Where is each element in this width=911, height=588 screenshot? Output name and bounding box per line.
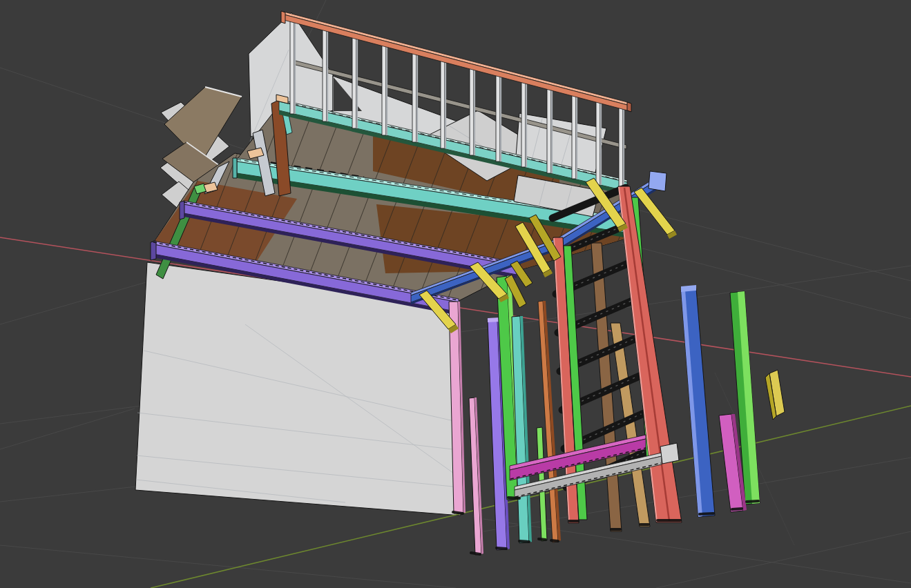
baluster xyxy=(470,63,475,155)
baluster xyxy=(412,48,418,142)
baluster xyxy=(619,102,624,190)
baluster xyxy=(596,96,602,185)
3d-viewport[interactable] xyxy=(0,0,911,588)
baluster xyxy=(572,90,577,179)
scene-canvas[interactable] xyxy=(0,0,911,588)
baluster xyxy=(382,39,387,135)
baluster xyxy=(290,15,296,114)
baluster xyxy=(496,70,501,161)
baluster xyxy=(521,76,527,167)
baluster xyxy=(441,55,446,148)
baluster xyxy=(352,32,358,128)
baluster xyxy=(323,23,328,121)
baluster xyxy=(547,83,553,173)
